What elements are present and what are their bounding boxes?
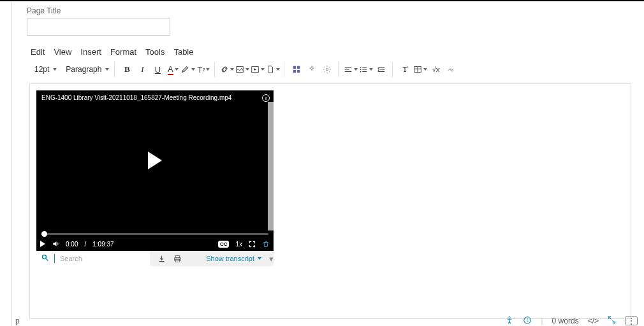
word-count: 0 words — [552, 316, 579, 325]
underline-button[interactable]: U — [150, 62, 165, 76]
menu-format[interactable]: Format — [110, 47, 136, 57]
table-button[interactable] — [413, 62, 427, 76]
print-icon[interactable] — [173, 255, 182, 263]
sparkle-icon[interactable] — [305, 62, 319, 76]
video-scrollbar[interactable] — [268, 102, 274, 230]
embed-button[interactable] — [444, 62, 458, 76]
kebab-menu-icon[interactable]: ⋮ — [625, 316, 638, 325]
status-bar: p | 0 words </> ⋮ — [15, 316, 638, 326]
align-button[interactable] — [344, 62, 358, 76]
svg-rect-3 — [297, 66, 300, 69]
svg-point-11 — [43, 255, 47, 259]
progress-track[interactable] — [41, 233, 268, 235]
page-title-input[interactable] — [27, 18, 170, 36]
media-button[interactable] — [251, 62, 265, 76]
accessibility-icon[interactable] — [505, 316, 514, 327]
highlight-button[interactable] — [181, 62, 195, 76]
video-controls: 0:00 / 1:09:37 CC 1x — [36, 237, 274, 251]
play-button-large[interactable] — [148, 152, 162, 169]
list-button[interactable] — [359, 62, 373, 76]
delete-video-button[interactable] — [262, 240, 270, 248]
menu-view[interactable]: View — [54, 47, 71, 57]
font-size-select[interactable]: 12pt — [33, 65, 58, 74]
video-title: ENG-1400 Library Visit-20211018_165827-M… — [41, 94, 260, 101]
progress-bar-row — [36, 230, 274, 237]
apps-button[interactable] — [289, 62, 304, 76]
svg-point-15 — [509, 316, 511, 318]
italic-button[interactable]: I — [135, 62, 149, 76]
current-time: 0:00 — [66, 241, 78, 248]
time-sep: / — [84, 241, 86, 248]
settings-icon[interactable] — [320, 62, 334, 76]
menu-edit[interactable]: Edit — [31, 47, 45, 57]
cc-button[interactable]: CC — [218, 241, 230, 248]
toolbar: 12pt Paragraph B I U A T2 — [29, 60, 644, 78]
video-player[interactable]: ENG-1400 Library Visit-20211018_165827-M… — [36, 90, 274, 230]
svg-point-6 — [326, 68, 329, 71]
fullscreen-editor-icon[interactable] — [608, 316, 616, 326]
text-color-button[interactable]: A — [166, 62, 180, 76]
svg-rect-2 — [293, 66, 296, 69]
footer-dropdown[interactable]: ▾ — [269, 254, 274, 264]
menu-table[interactable]: Table — [173, 47, 193, 57]
svg-point-9 — [360, 71, 362, 73]
search-placeholder: Search — [60, 255, 82, 262]
search-cursor — [54, 254, 55, 263]
editor-content-area[interactable]: ENG-1400 Library Visit-20211018_165827-M… — [29, 83, 631, 319]
search-icon — [41, 254, 49, 264]
svg-rect-5 — [297, 70, 300, 73]
clear-format-button[interactable] — [398, 62, 412, 76]
menubar: Edit View Insert Format Tools Table — [31, 47, 644, 57]
progress-thumb[interactable] — [41, 231, 47, 237]
superscript-button[interactable]: T2 — [196, 62, 210, 76]
volume-button[interactable] — [52, 240, 59, 248]
svg-point-7 — [360, 67, 362, 68]
video-embed: ENG-1400 Library Visit-20211018_165827-M… — [36, 90, 274, 266]
html-view-button[interactable]: </> — [588, 316, 599, 325]
video-footer: Search Show transcript ▾ — [36, 251, 274, 266]
document-button[interactable] — [266, 62, 280, 76]
page-title-label: Page Title — [27, 6, 644, 15]
speed-button[interactable]: 1x — [235, 241, 242, 248]
status-misc-icon[interactable] — [523, 316, 532, 327]
fullscreen-button[interactable] — [249, 241, 256, 248]
link-button[interactable] — [220, 62, 234, 76]
svg-point-8 — [360, 69, 362, 70]
show-transcript-button[interactable]: Show transcript — [206, 255, 267, 262]
info-icon[interactable]: i — [262, 94, 270, 102]
duration: 1:09:37 — [92, 241, 113, 248]
svg-rect-4 — [293, 70, 296, 73]
bold-button[interactable]: B — [120, 62, 134, 76]
block-type-select[interactable]: Paragraph — [64, 65, 110, 74]
play-button[interactable] — [40, 241, 45, 247]
image-button[interactable] — [235, 62, 249, 76]
element-path: p — [15, 316, 20, 325]
equation-button[interactable]: √x — [428, 62, 443, 76]
menu-tools[interactable]: Tools — [145, 47, 165, 57]
svg-rect-12 — [175, 255, 180, 257]
download-icon[interactable] — [157, 255, 166, 263]
indent-button[interactable] — [374, 62, 388, 76]
transcript-search[interactable]: Search — [36, 251, 150, 266]
menu-insert[interactable]: Insert — [80, 47, 101, 57]
